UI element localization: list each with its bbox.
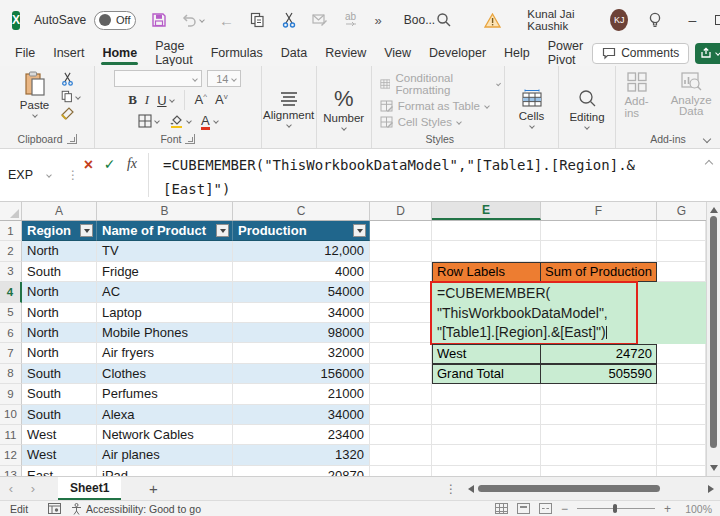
cell-product[interactable]: TV [97,241,233,261]
zoom-in-icon[interactable]: + [664,502,671,516]
row-header[interactable]: 11 [0,425,22,445]
accessibility-icon[interactable] [71,503,82,515]
cell[interactable] [541,241,657,261]
formula-bar-grip[interactable]: ⋮ [66,149,80,201]
cell-region[interactable]: South [22,405,97,425]
scroll-left-icon[interactable] [468,485,474,493]
paste-dropdown-icon[interactable] [32,112,38,118]
pivot-west-label[interactable]: West [432,344,541,364]
column-header-g[interactable]: G [657,202,706,220]
qat-overflow-icon[interactable]: » [375,13,382,28]
cell[interactable] [657,405,706,425]
page-break-view-icon[interactable] [539,503,552,514]
cell-product[interactable]: Air planes [97,445,233,465]
vertical-scrollbar[interactable] [706,202,720,476]
cell-region[interactable]: North [22,241,97,261]
cell[interactable] [657,466,706,476]
column-header-d[interactable]: D [370,202,432,220]
table-header-region[interactable]: Region [22,221,97,241]
cell[interactable] [432,405,541,425]
tab-review[interactable]: Review [316,40,375,66]
row-header[interactable]: 12 [0,445,22,465]
cell-product[interactable]: Perfumes [97,384,233,404]
pivot-total-label[interactable]: Grand Total [432,364,541,384]
cell[interactable] [657,241,706,261]
cell-product[interactable]: Network Cables [97,425,233,445]
analyze-data-button[interactable]: Analyze Data [665,70,718,120]
cancel-icon[interactable]: × [80,156,97,174]
row-header[interactable]: 13 [0,466,22,476]
cell[interactable] [370,364,432,384]
pivot-row-labels-cell[interactable]: Row Labels [432,262,541,282]
font-color-button[interactable]: A [201,113,218,128]
cell[interactable] [370,303,432,323]
search-icon[interactable] [435,12,453,28]
table-header-product[interactable]: Name of Product [97,221,233,241]
cell[interactable] [657,364,706,384]
row-header[interactable]: 8 [0,364,22,384]
next-sheet-icon[interactable]: › [22,481,44,496]
cell[interactable] [657,445,706,465]
horizontal-scrollbar[interactable] [465,477,720,500]
zoom-slider-knob[interactable] [613,504,617,513]
enter-icon[interactable]: ✓ [101,156,118,172]
name-box-dropdown-icon[interactable] [46,172,52,178]
prev-sheet-icon[interactable]: ‹ [0,481,22,496]
cell-region[interactable]: West [22,425,97,445]
sheet-tab-sheet1[interactable]: Sheet1 [58,477,121,500]
tab-view[interactable]: View [375,40,420,66]
cell-production[interactable]: 12,000 [233,241,370,261]
editing-button[interactable]: Editing [563,88,610,130]
column-header-f[interactable]: F [541,202,657,220]
clipboard-dialog-launcher[interactable] [67,134,77,144]
cell-product[interactable]: Laptop [97,303,233,323]
tab-formulas[interactable]: Formulas [202,40,272,66]
minimize-button[interactable]: – [678,0,706,40]
cut-icon[interactable] [280,11,298,29]
warning-icon[interactable] [483,13,501,28]
font-size-select[interactable]: 14 [207,70,241,87]
tab-insert[interactable]: Insert [44,40,93,66]
scroll-up-icon[interactable] [710,207,718,213]
excel-logo-icon[interactable]: X [12,11,20,30]
save-icon[interactable] [150,11,168,29]
cell-region[interactable]: North [22,303,97,323]
format-as-table-button[interactable]: Format as Table [380,100,489,112]
cell-production[interactable]: 34000 [233,303,370,323]
normal-view-icon[interactable] [495,503,508,514]
pivot-west-value[interactable]: 24720 [541,344,657,364]
vertical-scroll-thumb[interactable] [710,216,717,448]
borders-button[interactable] [138,114,159,128]
autosave-toggle[interactable]: Off [94,11,135,30]
column-header-b[interactable]: B [97,202,233,220]
cell-product[interactable]: Fridge [97,262,233,282]
row-header[interactable]: 5 [0,303,22,323]
row-header[interactable]: 3 [0,262,22,282]
cell[interactable] [657,221,706,241]
formula-input[interactable]: =CUBEMEMBER("ThisWorkbookDataModel","[Ta… [155,149,698,201]
cell-production[interactable]: 34000 [233,405,370,425]
cell[interactable] [541,405,657,425]
row-header[interactable]: 2 [0,241,22,261]
pivot-total-value[interactable]: 505590 [541,364,657,384]
underline-button[interactable]: U [157,93,166,108]
cell-production[interactable]: 20870 [233,466,370,476]
cell-formula-editor[interactable]: =CUBEMEMBER("ThisWorkbookDataModel","[Ta… [430,281,638,345]
shrink-font-button[interactable]: Av [215,92,228,107]
cell-product[interactable]: Air fryers [97,343,233,363]
cell[interactable] [541,425,657,445]
cell[interactable] [370,384,432,404]
cell-production[interactable]: 21000 [233,384,370,404]
cell-product[interactable]: Clothes [97,364,233,384]
cell[interactable] [657,343,706,363]
filter-icon[interactable] [80,224,93,237]
cell[interactable] [370,445,432,465]
cell-production[interactable]: 32000 [233,343,370,363]
cut-icon[interactable] [61,72,80,86]
copy-button[interactable] [61,90,80,103]
user-avatar[interactable]: KJ [610,9,628,31]
column-header-a[interactable]: A [22,202,97,220]
tab-power-pivot[interactable]: Power Pivot [539,40,592,66]
cell[interactable] [370,282,432,302]
row-header[interactable]: 7 [0,343,22,363]
